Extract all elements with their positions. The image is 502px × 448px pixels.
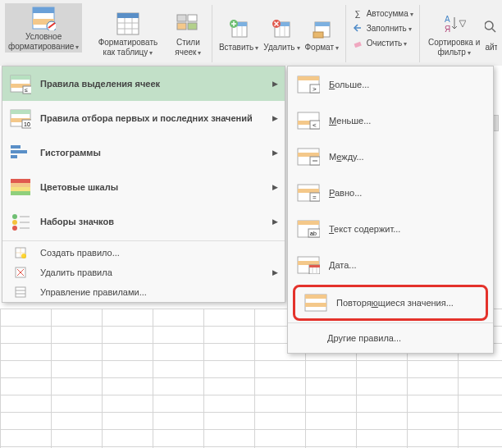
group-sort: АЯ Сортировка и фильтр Найти	[420, 2, 500, 64]
fill-button[interactable]: Заполнить	[350, 21, 415, 34]
svg-rect-83	[298, 189, 319, 193]
menu-item-new-rule[interactable]: Создать правило...	[2, 243, 285, 263]
group-editing: ∑ Автосумма Заполнить Очистить	[347, 2, 418, 64]
cell-styles-button[interactable]: Стили ячеек	[169, 9, 208, 58]
highlight-rules-icon: ≤	[9, 72, 32, 95]
submenu-arrow-icon: ▶	[272, 80, 278, 88]
find-icon	[485, 16, 497, 42]
insert-icon	[226, 16, 252, 42]
menu-label: Управление правилами...	[40, 287, 147, 297]
svg-rect-34	[354, 42, 361, 48]
data-bars-icon	[9, 141, 32, 164]
svg-text:≤: ≤	[25, 87, 28, 93]
cell-styles-label: Стили ячеек	[171, 38, 206, 57]
svg-rect-31	[315, 22, 330, 26]
greater-than-icon: >	[296, 75, 321, 94]
duplicate-values-icon	[303, 293, 328, 313]
svg-line-38	[492, 29, 495, 32]
svg-rect-13	[188, 15, 197, 21]
fill-icon	[352, 22, 363, 34]
svg-rect-53	[11, 183, 30, 187]
svg-text:10: 10	[24, 121, 30, 127]
find-label: Найти	[485, 43, 497, 53]
svg-rect-51	[11, 155, 17, 158]
svg-text:=: =	[313, 194, 317, 201]
format-as-table-label: Форматировать как таблицу	[91, 38, 164, 57]
format-button[interactable]: Формат	[303, 14, 342, 54]
separator	[212, 5, 212, 62]
svg-text:>: >	[313, 85, 317, 93]
menu-label: Дата...	[329, 260, 357, 270]
submenu-other-rules[interactable]: Другие правила...	[288, 325, 493, 353]
menu-item-icon-sets[interactable]: Наборы значков ▶	[2, 204, 285, 239]
clear-button[interactable]: Очистить	[350, 36, 415, 49]
group-styles2: Форматировать как таблицу Стили ячеек	[85, 2, 211, 64]
conditional-formatting-label: Условное форматирование	[7, 32, 80, 51]
menu-item-color-scales[interactable]: Цветовые шкалы ▶	[2, 170, 285, 204]
between-icon	[296, 147, 321, 167]
submenu-less-than[interactable]: < Меньше...	[288, 103, 493, 139]
conditional-formatting-button[interactable]: Условное форматирование	[5, 3, 82, 53]
insert-button[interactable]: Вставить	[217, 14, 261, 54]
format-label: Формат	[305, 43, 340, 53]
submenu-arrow-icon: ▶	[272, 183, 278, 191]
sort-filter-button[interactable]: АЯ Сортировка и фильтр	[423, 9, 485, 58]
menu-item-data-bars[interactable]: Гистограммы ▶	[2, 135, 285, 170]
svg-rect-98	[305, 303, 326, 307]
svg-rect-79	[298, 153, 319, 157]
separator	[345, 5, 346, 62]
svg-rect-40	[11, 75, 30, 80]
manage-rules-icon	[14, 286, 27, 299]
highlight-rules-submenu: > Больше... < Меньше... Между... = Равно…	[287, 66, 494, 354]
svg-rect-50	[11, 150, 27, 153]
submenu-date[interactable]: Дата...	[288, 247, 493, 283]
svg-point-57	[12, 220, 17, 225]
svg-text:А: А	[445, 15, 450, 24]
delete-button[interactable]: Удалить	[261, 14, 302, 54]
svg-point-58	[12, 226, 17, 231]
submenu-arrow-icon: ▶	[272, 217, 278, 226]
menu-item-clear-rules[interactable]: Удалить правила ▶	[2, 263, 285, 282]
format-icon	[308, 16, 335, 42]
submenu-greater-than[interactable]: > Больше...	[288, 66, 493, 103]
svg-rect-1	[33, 7, 54, 13]
delete-icon	[268, 16, 294, 42]
menu-label: Удалить правила	[40, 267, 112, 277]
conditional-formatting-menu: ≤ Правила выделения ячеек ▶ 10 Правила о…	[2, 66, 285, 303]
menu-label: Равно...	[329, 188, 362, 198]
svg-rect-55	[11, 191, 30, 195]
clear-label: Очистить	[367, 39, 408, 48]
svg-rect-67	[16, 287, 25, 297]
svg-rect-32	[313, 32, 323, 38]
find-select-button[interactable]: Найти	[485, 14, 497, 54]
svg-rect-91	[298, 261, 319, 265]
svg-rect-45	[11, 110, 30, 114]
insert-label: Вставить	[219, 43, 258, 53]
menu-label: Правила выделения ячеек	[40, 79, 272, 89]
format-as-table-icon	[115, 11, 141, 37]
clear-icon	[352, 37, 363, 48]
menu-label: Цветовые шкалы	[40, 182, 272, 192]
group-cells: Вставить Удалить Формат	[213, 2, 345, 64]
autosum-button[interactable]: ∑ Автосумма	[350, 7, 415, 20]
submenu-equal[interactable]: = Равно...	[288, 175, 493, 211]
group-styles: Условное форматирование	[2, 2, 85, 64]
svg-text:Я: Я	[445, 25, 450, 34]
cell-styles-icon	[175, 11, 201, 37]
icon-sets-icon	[9, 210, 32, 233]
submenu-between[interactable]: Между...	[288, 139, 493, 175]
menu-item-manage-rules[interactable]: Управление правилами...	[2, 282, 285, 302]
menu-item-top-bottom[interactable]: 10 Правила отбора первых и последних зна…	[2, 101, 285, 135]
format-as-table-button[interactable]: Форматировать как таблицу	[89, 9, 167, 58]
svg-text:ab: ab	[310, 231, 317, 236]
submenu-text-contains[interactable]: ab Текст содержит...	[288, 211, 493, 247]
svg-rect-54	[11, 187, 30, 191]
top-bottom-icon: 10	[9, 107, 32, 130]
menu-label: Больше...	[329, 80, 369, 89]
menu-item-highlight-rules[interactable]: ≤ Правила выделения ячеек ▶	[2, 66, 285, 101]
menu-label: Правила отбора первых и последних значен…	[40, 113, 272, 123]
svg-rect-15	[188, 23, 197, 30]
menu-label: Повторяющиеся значения...	[336, 298, 454, 308]
submenu-duplicate-values[interactable]: Повторяющиеся значения...	[293, 285, 488, 321]
svg-text:<: <	[313, 121, 317, 129]
